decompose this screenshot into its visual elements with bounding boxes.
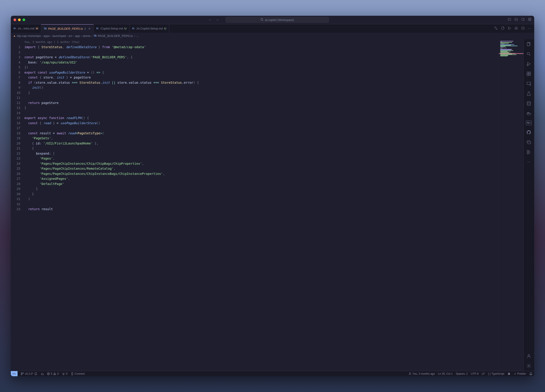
activity-bar: N> ··· (523, 39, 534, 371)
breadcrumb-segment[interactable]: app (75, 34, 80, 37)
settings-gear-icon[interactable] (526, 363, 532, 369)
more-icon[interactable]: ··· (526, 159, 532, 165)
panel-right-icon[interactable] (521, 18, 525, 22)
discover-icon[interactable] (514, 26, 518, 31)
breadcrumb[interactable]: ▸ btp-cap-monorepo › apps › launchpad › … (11, 33, 534, 39)
debug-icon[interactable] (526, 61, 532, 67)
git-compare-icon[interactable] (494, 26, 498, 31)
braces-icon: { } (488, 372, 490, 375)
sync-icon (34, 372, 37, 375)
tab-actions: ··· (491, 24, 534, 33)
tab-2[interactable]: M↓Copilot:Setup.mdU (94, 24, 129, 33)
breadcrumb-segment[interactable]: launchpad (52, 34, 66, 37)
chevron-right-icon: › (50, 34, 52, 37)
svg-point-22 (527, 52, 530, 55)
code-content[interactable]: You, 3 months ago | 1 author (You)import… (24, 39, 498, 371)
nav-forward-icon[interactable]: → (216, 18, 219, 22)
svg-point-44 (21, 373, 22, 373)
eol[interactable]: LF (482, 372, 485, 375)
extensions-icon[interactable] (526, 71, 532, 76)
connect-button[interactable]: Connect (71, 372, 85, 375)
notifications-icon[interactable] (529, 372, 533, 375)
remote-indicator[interactable] (11, 371, 18, 376)
encoding[interactable]: UTF-8 (471, 372, 479, 375)
formatter[interactable]: Prettier (514, 372, 526, 375)
minimap-content (500, 41, 522, 57)
breadcrumb-file: PAGE_BUILDER_PERS.ts (98, 34, 133, 37)
breadcrumb-segment[interactable]: apps (43, 34, 50, 37)
cursor-position[interactable]: Ln 35, Col 1 (438, 372, 453, 375)
tab-3[interactable]: M↓zh.Copilot:Setup.mdU (129, 24, 169, 33)
cloud-sync[interactable] (41, 372, 44, 375)
panel-bottom-icon[interactable] (514, 18, 518, 22)
run-last-icon[interactable] (501, 26, 504, 31)
chevron-right-icon: › (66, 34, 69, 37)
account-icon[interactable] (526, 353, 532, 359)
error-count: 5 (51, 372, 52, 375)
svg-point-31 (529, 84, 531, 86)
minimap[interactable] (499, 39, 523, 371)
tab-0[interactable]: M↓zh.-.Intro.mdM (11, 24, 41, 33)
close-window-button[interactable] (13, 19, 16, 21)
tab-modified-badge: M (36, 27, 38, 30)
port-count: 0 (66, 372, 68, 375)
breadcrumb-segment[interactable]: src (69, 34, 73, 37)
customize-layout-icon[interactable] (528, 18, 532, 22)
svg-rect-53 (72, 373, 73, 375)
tab-label: zh.Copilot:Setup.md (136, 27, 163, 30)
tab-label: Copilot:Setup.md (101, 27, 123, 30)
comments-icon[interactable] (526, 139, 532, 145)
copilot-status[interactable] (508, 372, 511, 375)
ts-file-icon: TS (94, 35, 97, 37)
chevron-right-icon: › (73, 34, 75, 37)
nav-back-icon[interactable]: ← (208, 18, 212, 22)
editor[interactable]: 1234567891011121314151617181920212223242… (11, 39, 523, 371)
panel-left-icon[interactable] (508, 18, 511, 22)
indentation[interactable]: Spaces: 2 (456, 372, 468, 375)
command-center[interactable]: ai-copilot (Workspace) (225, 17, 329, 23)
svg-point-16 (508, 29, 509, 30)
ports[interactable]: 0 (62, 372, 68, 375)
svg-rect-11 (530, 19, 531, 21)
split-editor-icon[interactable] (521, 26, 525, 31)
breadcrumb-segment[interactable]: btp-cap-monorepo (17, 34, 41, 37)
svg-rect-41 (527, 153, 529, 154)
docker-icon[interactable] (526, 111, 532, 116)
svg-line-23 (529, 55, 531, 56)
svg-point-25 (527, 64, 528, 66)
vscode-window: ← → ai-copilot (Workspace) M↓zh.-.Intro.… (11, 16, 534, 376)
tab-1[interactable]: TSPAGE_BUILDER_PERS.ts2✕ (41, 24, 94, 33)
github-icon[interactable] (526, 130, 532, 135)
svg-point-42 (528, 355, 529, 356)
git-branch[interactable]: v0.2.0* (21, 372, 37, 375)
blame-text: You, 3 months ago (412, 372, 435, 375)
file-type-icon: M↓ (132, 27, 135, 30)
layout-controls (508, 18, 532, 22)
problems[interactable]: 5 0 (47, 372, 59, 375)
git-blame-status[interactable]: You, 3 months ago (409, 372, 435, 375)
files-icon[interactable] (526, 41, 532, 47)
svg-point-46 (23, 373, 24, 373)
breadcrumb-segment[interactable]: stores (83, 34, 90, 37)
search-icon[interactable] (526, 51, 532, 57)
minimap-marker (499, 53, 523, 54)
workspace-label: ai-copilot (Workspace) (265, 18, 294, 22)
run-icon[interactable] (508, 26, 511, 31)
minimize-window-button[interactable] (18, 19, 21, 21)
tabs-bar: M↓zh.-.Intro.mdMTSPAGE_BUILDER_PERS.ts2✕… (11, 24, 534, 33)
maximize-window-button[interactable] (23, 19, 25, 21)
database-icon[interactable] (526, 101, 532, 106)
language-mode[interactable]: { } TypeScript (488, 372, 504, 375)
nx-icon[interactable]: N> (526, 121, 532, 125)
svg-point-33 (527, 101, 531, 103)
main-area: 1234567891011121314151617181920212223242… (11, 39, 534, 371)
testing-icon[interactable] (526, 91, 532, 96)
remote-icon[interactable] (526, 81, 532, 87)
statusbar: v0.2.0* 5 0 0 Connect You, 3 months ago … (11, 371, 534, 376)
svg-point-13 (496, 29, 497, 30)
svg-rect-36 (529, 113, 529, 114)
more-actions-icon[interactable]: ··· (528, 26, 531, 31)
connect-label: Connect (75, 372, 85, 375)
close-tab-icon[interactable]: ✕ (88, 27, 91, 30)
references-icon[interactable] (526, 149, 532, 155)
